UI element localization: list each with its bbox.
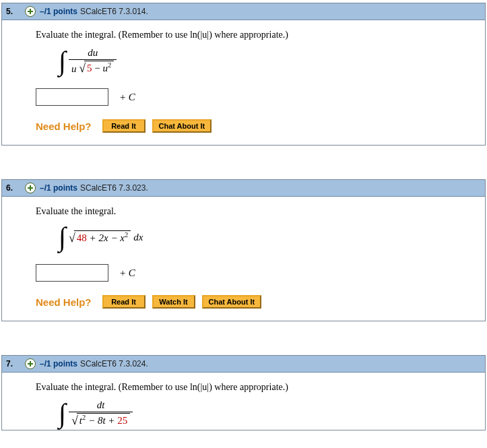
plus-c-label: + C [119, 267, 135, 279]
chat-about-it-button[interactable]: Chat About It [202, 295, 262, 309]
question-number: 5. [6, 7, 25, 16]
integral-sign-icon: ∫ [59, 224, 66, 251]
points-label: –/1 points [40, 7, 77, 16]
plus-c-label: + C [119, 92, 135, 103]
integral-expression: ∫ √ 48 + 2x − x2 dx [59, 224, 477, 251]
answer-row: + C [36, 88, 477, 106]
question-6: 6. –/1 points SCalcET6 7.3.023. Evaluate… [1, 179, 486, 321]
need-help-label: Need Help? [36, 296, 92, 308]
chat-about-it-button[interactable]: Chat About It [152, 119, 212, 133]
question-7: 7. –/1 points SCalcET6 7.3.024. Evaluate… [1, 355, 486, 430]
points-label: –/1 points [40, 183, 77, 193]
help-row: Need Help? Read It Chat About It [36, 119, 477, 133]
question-5: 5. –/1 points SCalcET6 7.3.014. Evaluate… [1, 3, 486, 146]
question-body: Evaluate the integral. ∫ √ 48 + 2x − x2 … [2, 197, 485, 321]
question-ref: SCalcET6 7.3.024. [80, 359, 148, 369]
answer-row: + C [36, 264, 477, 282]
integral-expression: ∫ du u √ 5 − u2 [59, 47, 477, 75]
instruction-text: Evaluate the integral. (Remember to use … [36, 382, 477, 393]
question-header: 6. –/1 points SCalcET6 7.3.023. [2, 180, 485, 197]
integral-sign-icon: ∫ [59, 48, 66, 75]
need-help-label: Need Help? [36, 121, 92, 132]
plus-icon[interactable] [25, 6, 36, 17]
plus-icon[interactable] [25, 183, 36, 193]
question-header: 7. –/1 points SCalcET6 7.3.024. [2, 356, 485, 373]
question-number: 7. [6, 359, 25, 369]
read-it-button[interactable]: Read It [102, 119, 145, 133]
plus-icon[interactable] [25, 358, 36, 369]
help-row: Need Help? Read It Watch It Chat About I… [36, 295, 477, 309]
question-header: 5. –/1 points SCalcET6 7.3.014. [2, 3, 485, 20]
watch-it-button[interactable]: Watch It [152, 295, 195, 309]
points-label: –/1 points [40, 359, 77, 369]
instruction-text: Evaluate the integral. [36, 206, 477, 217]
integral-expression: ∫ dt √ t2 − 8t + 25 [59, 399, 477, 427]
integral-sign-icon: ∫ [59, 400, 66, 427]
read-it-button[interactable]: Read It [102, 295, 145, 309]
question-body: Evaluate the integral. (Remember to use … [2, 20, 485, 145]
question-body: Evaluate the integral. (Remember to use … [2, 373, 485, 430]
answer-input[interactable] [36, 264, 108, 282]
question-ref: SCalcET6 7.3.023. [80, 183, 148, 193]
instruction-text: Evaluate the integral. (Remember to use … [36, 30, 477, 40]
question-number: 6. [6, 183, 25, 193]
answer-input[interactable] [36, 88, 108, 106]
question-ref: SCalcET6 7.3.014. [80, 7, 148, 16]
